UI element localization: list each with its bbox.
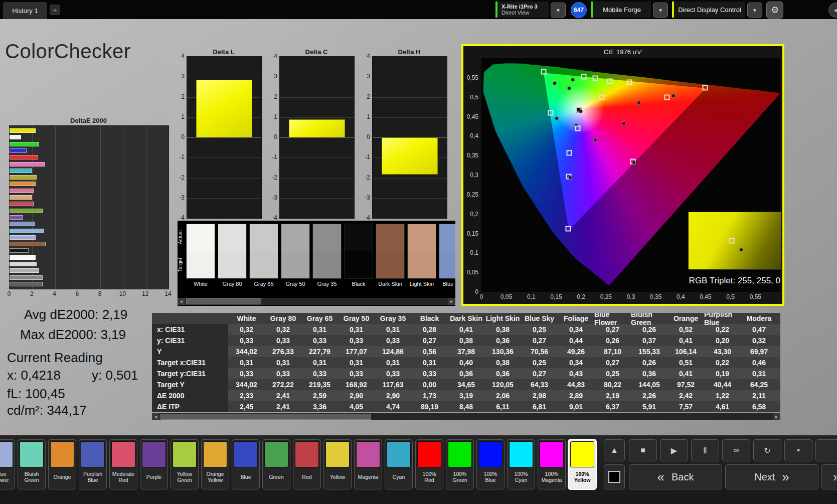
table-row: Y344,02276,33227,79177,07124,860,5637,98… (152, 346, 780, 357)
measured-point (571, 78, 575, 82)
stop-button[interactable]: ■ (629, 439, 657, 461)
scroll-right-icon[interactable]: ► (448, 298, 455, 305)
scroll-left-icon[interactable]: ◄ (178, 298, 185, 305)
pattern-button-orange[interactable]: Orange (48, 439, 76, 489)
scroll-right-icon[interactable]: ► (773, 413, 780, 420)
pattern-button-moderate-red[interactable]: Moderate Red (109, 439, 137, 489)
pattern-button-100-magenta[interactable]: 100% Magenta (538, 439, 566, 489)
pattern-swatch (570, 441, 594, 467)
measured-point (637, 101, 641, 105)
x-tick-label: 0,05 (500, 293, 512, 300)
scrollbar-thumb[interactable] (160, 414, 371, 420)
scrollbar-track[interactable] (159, 413, 773, 420)
gridline (280, 218, 354, 219)
pattern-swatch (111, 441, 135, 467)
pattern-button-100-blue[interactable]: 100% Blue (476, 439, 505, 489)
gridline (55, 126, 56, 289)
strip-patch: Blue Sky (439, 224, 455, 287)
pattern-window-button[interactable] (604, 464, 625, 489)
pattern-swatch (417, 441, 441, 467)
scroll-left-icon[interactable]: ◄ (152, 413, 159, 420)
strip-patch: Dark Skin (376, 224, 405, 287)
value-cell: 117,63 (375, 379, 411, 390)
scrollbar-track[interactable] (185, 298, 448, 305)
value-cell: 0,20 (704, 335, 741, 346)
value-cell: 0,33 (301, 335, 338, 346)
delta-bar (382, 137, 438, 175)
pattern-button-bluish-green[interactable]: Bluish Green (18, 439, 46, 489)
value-cell: 2,45 (228, 401, 265, 412)
value-cell: 0,33 (301, 368, 338, 379)
value-cell: 2,33 (228, 390, 265, 401)
next-button[interactable]: Next » (725, 464, 818, 489)
pattern-button-100-red[interactable]: 100% Red (415, 439, 443, 489)
gridline (373, 77, 447, 77)
value-cell: 0,40 (448, 357, 484, 368)
table-row: Target y:CIE310,330,330,330,330,330,330,… (152, 368, 780, 379)
y-axis-labels: 43210-1-2-3-4 (266, 56, 277, 218)
x-tick-label: 14 (164, 290, 171, 297)
source-dropdown[interactable]: Mobile Forge (591, 2, 651, 18)
pattern-button-purple[interactable]: Purple (140, 439, 168, 489)
gridline (373, 178, 447, 179)
back-button[interactable]: « Back (629, 464, 722, 489)
value-cell: 0,38 (448, 335, 484, 346)
pattern-button-magenta[interactable]: Magenta (354, 439, 382, 489)
value-cell: 344,02 (228, 379, 265, 390)
value-cell: 0,31 (265, 357, 301, 368)
value-cell: 0,25 (521, 357, 558, 368)
value-cell: 0,32 (228, 324, 265, 335)
pattern-button-yellow[interactable]: Yellow (323, 439, 352, 489)
value-cell: 87,10 (594, 346, 631, 357)
back-arrow-icon: « (657, 470, 664, 483)
display-control-dropdown[interactable]: Direct Display Control (672, 2, 745, 18)
scrollbar-thumb[interactable] (186, 298, 261, 304)
scroll-up-button[interactable]: ▲ (604, 439, 625, 461)
loop-button[interactable]: ↻ (753, 439, 781, 461)
pattern-button-blue-flower[interactable]: Blue Flower (0, 439, 15, 489)
pattern-button-100-green[interactable]: 100% Green (446, 439, 474, 489)
display-control-dropdown-arrow[interactable]: ▼ (747, 3, 762, 18)
value-cell: 120,05 (484, 379, 521, 390)
next-page-button[interactable]: » (821, 464, 837, 489)
pattern-label: Green (264, 467, 288, 486)
patch-label: Blue Sky (439, 281, 455, 287)
value-cell: 0,36 (631, 368, 667, 379)
pattern-button-red[interactable]: Red (293, 439, 321, 489)
pattern-button-orange-yellow[interactable]: Orange Yellow (201, 439, 229, 489)
add-tab-button[interactable]: + (50, 5, 60, 15)
patch-label: White (186, 281, 215, 287)
meter-dropdown-arrow[interactable]: ▼ (551, 3, 566, 18)
value-cell: 2,06 (484, 390, 521, 401)
extra-button[interactable]: ▪ (784, 439, 812, 461)
cie-diagram-panel[interactable]: CIE 1976 u'v' 0,550,50,450,40,350,30,250… (461, 44, 784, 306)
value-cell: 0,33 (265, 335, 301, 346)
pattern-button-cyan[interactable]: Cyan (385, 439, 413, 489)
meter-dropdown[interactable]: X-Rite i1Pro 3 Direct View (495, 2, 549, 18)
settings-gear-icon[interactable]: ⚙ (766, 2, 783, 19)
tab-history-1[interactable]: History 1 (3, 2, 47, 19)
y-tick-label: -4 (272, 214, 277, 221)
deltae-bar (10, 235, 36, 240)
pattern-button-blue[interactable]: Blue (232, 439, 260, 489)
measured-point (672, 94, 676, 98)
pattern-button-yellow-green[interactable]: Yellow Green (171, 439, 199, 489)
delta-c-chart: Delta C 43210-1-2-3-4 (279, 48, 354, 229)
clipped-button[interactable] (815, 439, 837, 461)
pattern-swatch (540, 441, 564, 467)
value-cell: 64,33 (521, 379, 558, 390)
continuous-button[interactable]: ∞ (722, 439, 750, 461)
target-point (729, 238, 735, 244)
pattern-button-100-cyan[interactable]: 100% Cyan (507, 439, 535, 489)
play-button[interactable]: ▶ (660, 439, 688, 461)
y-tick-label: 2 (367, 93, 370, 100)
strip-scrollbar[interactable]: ◄ ► (178, 298, 455, 305)
pattern-button-100-yellow[interactable]: 100% Yellow (568, 439, 596, 489)
pause-button[interactable]: Ⅱ (691, 439, 719, 461)
x-tick-label: 0,35 (650, 293, 661, 300)
source-dropdown-arrow[interactable]: ▼ (653, 3, 668, 18)
collapse-panel-icon[interactable]: ◀ (828, 3, 837, 18)
pattern-button-purplish-blue[interactable]: Purplish Blue (79, 439, 107, 489)
pattern-button-green[interactable]: Green (262, 439, 290, 489)
table-scrollbar[interactable]: ◄ ► (152, 413, 780, 420)
